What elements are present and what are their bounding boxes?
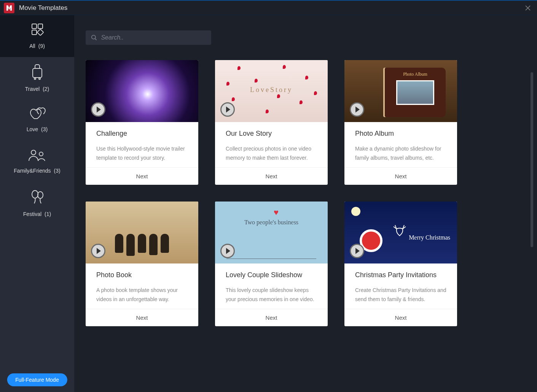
play-icon[interactable] bbox=[350, 244, 364, 258]
template-card[interactable]: Photo Album Photo Album Make a dynamic p… bbox=[344, 60, 457, 185]
sidebar: All(9) Travel(2) bbox=[0, 15, 74, 392]
sidebar-item-travel[interactable]: Travel(2) bbox=[0, 57, 74, 99]
thumbnail-overlay-text: Merry Christmas bbox=[392, 224, 450, 241]
sidebar-item-all[interactable]: All(9) bbox=[0, 15, 74, 57]
svg-point-5 bbox=[34, 78, 36, 79]
svg-rect-1 bbox=[38, 24, 43, 29]
template-card-body: Christmas Party Invitations Create Chris… bbox=[344, 263, 457, 309]
window-title: Movie Templates bbox=[19, 4, 67, 12]
play-icon[interactable] bbox=[220, 244, 235, 258]
search-box[interactable] bbox=[86, 30, 211, 45]
template-title: Christmas Party Invitations bbox=[355, 271, 446, 279]
next-button[interactable]: Next bbox=[86, 309, 198, 326]
template-description: This lovely couple slideshow keeps your … bbox=[226, 286, 317, 304]
template-card-body: Photo Album Make a dynamic photo slidesh… bbox=[344, 122, 457, 167]
template-description: A photo book template shows your videos … bbox=[96, 286, 188, 304]
svg-rect-2 bbox=[32, 30, 37, 35]
sidebar-item-label: Love(3) bbox=[27, 126, 48, 132]
svg-point-11 bbox=[92, 35, 96, 39]
full-feature-mode-button[interactable]: Full-Feature Mode bbox=[7, 373, 67, 386]
heart-icon: ♥ bbox=[274, 208, 279, 217]
template-card-body: Challenge Use this Hollywood-style movie… bbox=[86, 122, 198, 167]
titlebar: Movie Templates bbox=[0, 0, 537, 15]
template-grid: Challenge Use this Hollywood-style movie… bbox=[86, 60, 526, 326]
app-logo-icon bbox=[4, 3, 14, 13]
suitcase-icon bbox=[30, 64, 44, 81]
reindeer-icon bbox=[392, 224, 407, 238]
sidebar-item-love[interactable]: Love(3) bbox=[0, 99, 74, 141]
close-button[interactable] bbox=[523, 3, 533, 13]
svg-rect-4 bbox=[33, 68, 42, 78]
next-button[interactable]: Next bbox=[215, 167, 328, 185]
template-description: Create Christmas Party Invitations and s… bbox=[355, 286, 446, 304]
play-icon[interactable] bbox=[91, 102, 105, 117]
template-card[interactable]: Merry Christmas Christmas Party Invitati… bbox=[344, 202, 457, 326]
template-title: Our Love Story bbox=[226, 130, 317, 138]
template-title: Challenge bbox=[96, 130, 188, 138]
template-thumbnail: LoveStory bbox=[215, 60, 328, 122]
thumbnail-overlay-text: Two people's business bbox=[244, 219, 298, 226]
template-card-body: Our Love Story Collect precious photos i… bbox=[215, 122, 328, 167]
scrollbar[interactable] bbox=[531, 72, 533, 247]
next-button[interactable]: Next bbox=[344, 309, 457, 326]
svg-point-6 bbox=[39, 78, 40, 79]
template-description: Use this Hollywood-style movie trailer t… bbox=[96, 144, 188, 163]
next-button[interactable]: Next bbox=[344, 167, 457, 185]
people-icon bbox=[28, 149, 46, 163]
play-icon[interactable] bbox=[350, 102, 364, 117]
template-title: Lovely Couple Slideshow bbox=[226, 271, 317, 279]
play-icon[interactable] bbox=[91, 244, 105, 258]
balloons-icon bbox=[30, 190, 44, 206]
svg-rect-3 bbox=[37, 29, 43, 36]
template-thumbnail: Merry Christmas bbox=[344, 202, 457, 263]
template-card-body: Photo Book A photo book template shows y… bbox=[86, 263, 198, 309]
sidebar-item-label: All(9) bbox=[29, 43, 45, 49]
thumbnail-overlay-text: Photo Album bbox=[385, 68, 446, 77]
template-thumbnail bbox=[86, 60, 198, 122]
svg-point-8 bbox=[39, 152, 43, 156]
thumbnail-overlay-text: LoveStory bbox=[250, 86, 293, 94]
search-input[interactable] bbox=[101, 34, 206, 41]
template-card-body: Lovely Couple Slideshow This lovely coup… bbox=[215, 263, 328, 309]
next-button[interactable]: Next bbox=[86, 167, 198, 185]
sidebar-item-festival[interactable]: Festival(1) bbox=[0, 183, 74, 224]
sidebar-item-label: Festival(1) bbox=[23, 211, 51, 217]
next-button[interactable]: Next bbox=[215, 309, 328, 326]
template-title: Photo Album bbox=[355, 130, 446, 138]
template-card[interactable]: LoveStory Our Love Story Collect preciou… bbox=[215, 60, 328, 185]
hearts-icon bbox=[29, 107, 46, 122]
template-card[interactable]: Challenge Use this Hollywood-style movie… bbox=[86, 60, 198, 185]
template-card[interactable]: Photo Book A photo book template shows y… bbox=[86, 202, 198, 326]
svg-point-9 bbox=[32, 190, 38, 198]
content-area: Challenge Use this Hollywood-style movie… bbox=[74, 15, 537, 392]
template-thumbnail: ♥ Two people's business bbox=[215, 202, 328, 263]
grid-icon bbox=[30, 23, 45, 38]
template-card[interactable]: ♥ Two people's business Lovely Couple Sl… bbox=[215, 202, 328, 326]
sidebar-item-family-friends[interactable]: Family&Friends(3) bbox=[0, 141, 74, 183]
close-icon bbox=[525, 5, 531, 11]
search-icon bbox=[91, 34, 97, 41]
svg-point-10 bbox=[38, 192, 43, 198]
template-description: Make a dynamic photo slideshow for famil… bbox=[355, 144, 446, 163]
svg-rect-0 bbox=[32, 24, 37, 29]
template-thumbnail: Photo Album bbox=[344, 60, 457, 122]
main: All(9) Travel(2) bbox=[0, 15, 537, 392]
sidebar-item-label: Family&Friends(3) bbox=[14, 168, 60, 174]
play-icon[interactable] bbox=[220, 102, 235, 117]
sidebar-item-label: Travel(2) bbox=[25, 86, 49, 92]
template-thumbnail bbox=[86, 202, 198, 263]
template-description: Collect precious photos in one video mem… bbox=[226, 144, 317, 163]
svg-point-7 bbox=[31, 150, 36, 155]
template-title: Photo Book bbox=[96, 271, 188, 279]
